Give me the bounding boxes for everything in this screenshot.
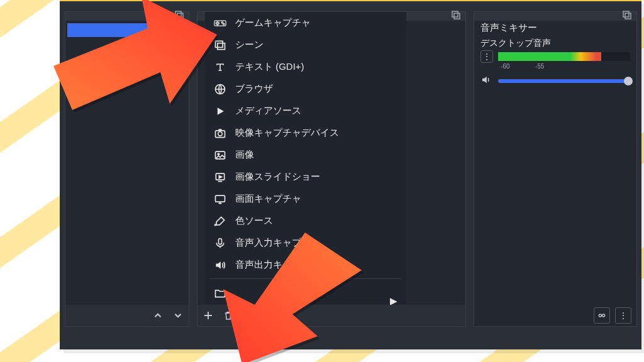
menu-item-label: テキスト (GDI+) — [235, 61, 304, 73]
meter-scale: -60 -55 — [498, 63, 630, 72]
svg-rect-3 — [454, 13, 460, 19]
channel-name: デスクトップ音声 — [480, 38, 630, 49]
menu-item-game-capture[interactable]: ゲームキャプチャ — [205, 12, 406, 34]
menu-item-label: シーン — [235, 39, 264, 51]
menu-item-label: 色ソース — [235, 215, 273, 227]
brush-icon — [214, 215, 226, 228]
menu-item-label: メディアソース — [235, 105, 301, 117]
audio-meter — [498, 52, 630, 61]
slideshow-icon — [214, 171, 226, 184]
tick-label: -55 — [535, 63, 544, 70]
menu-item-label: 画像 — [235, 149, 254, 161]
svg-marker-19 — [53, 0, 217, 110]
svg-point-18 — [602, 314, 605, 317]
svg-rect-5 — [218, 43, 225, 49]
svg-rect-16 — [625, 13, 631, 19]
annotation-arrow-bottom — [217, 233, 362, 362]
mixer-panel-header — [474, 12, 636, 21]
mixer-title: 音声ミキサー — [474, 21, 636, 35]
scenes-toolbar — [65, 305, 189, 326]
mixer-channel: デスクトップ音声 ⋮ -60 -55 — [474, 35, 636, 87]
add-source-button[interactable] — [200, 307, 216, 324]
audio-mixer-panel: 音声ミキサー デスクトップ音声 ⋮ -60 -55 — [474, 11, 637, 327]
popout-icon[interactable] — [621, 9, 633, 21]
svg-rect-2 — [452, 11, 458, 17]
scene-up-button[interactable] — [150, 307, 166, 324]
popout-icon[interactable] — [450, 9, 462, 21]
menu-item-scene[interactable]: シーン — [205, 34, 406, 56]
camera-icon — [214, 127, 226, 140]
menu-item-label: ブラウザ — [235, 83, 273, 95]
annotation-arrow-top — [53, 0, 217, 116]
image-icon — [214, 149, 226, 162]
tick-label: -60 — [501, 63, 509, 70]
svg-point-8 — [218, 131, 223, 136]
menu-item-label: 画面キャプチャ — [235, 193, 301, 205]
svg-marker-20 — [223, 233, 362, 362]
channel-options-button[interactable]: ⋮ — [480, 50, 493, 63]
mixer-toolbar: ⋮ — [474, 305, 636, 326]
mixer-settings-button[interactable] — [594, 307, 610, 324]
menu-item-label: ゲームキャプチャ — [235, 17, 311, 29]
menu-item-video-capture[interactable]: 映像キャプチャデバイス — [205, 122, 406, 144]
volume-knob[interactable] — [624, 77, 633, 85]
menu-item-browser[interactable]: ブラウザ — [205, 78, 406, 100]
menu-item-display-capture[interactable]: 画面キャプチャ — [205, 188, 406, 210]
scene-down-button[interactable] — [170, 307, 186, 324]
svg-rect-15 — [623, 11, 629, 17]
menu-item-label: 映像キャプチャデバイス — [235, 127, 339, 139]
svg-point-17 — [599, 314, 601, 317]
svg-point-10 — [218, 153, 219, 155]
svg-rect-12 — [216, 195, 225, 202]
menu-item-text[interactable]: テキスト (GDI+) — [205, 56, 406, 78]
audio-meter-fill — [498, 52, 601, 61]
volume-slider[interactable] — [498, 79, 630, 83]
menu-item-label: 画像スライドショー — [235, 171, 320, 183]
menu-item-media-source[interactable]: メディアソース — [205, 100, 406, 122]
volume-icon[interactable] — [480, 74, 493, 87]
mixer-more-button[interactable]: ⋮ — [615, 307, 631, 324]
monitor-icon — [214, 193, 226, 206]
menu-item-color-source[interactable]: 色ソース — [205, 210, 406, 232]
menu-item-image[interactable]: 画像 — [205, 144, 406, 166]
menu-item-slideshow[interactable]: 画像スライドショー — [205, 166, 406, 188]
